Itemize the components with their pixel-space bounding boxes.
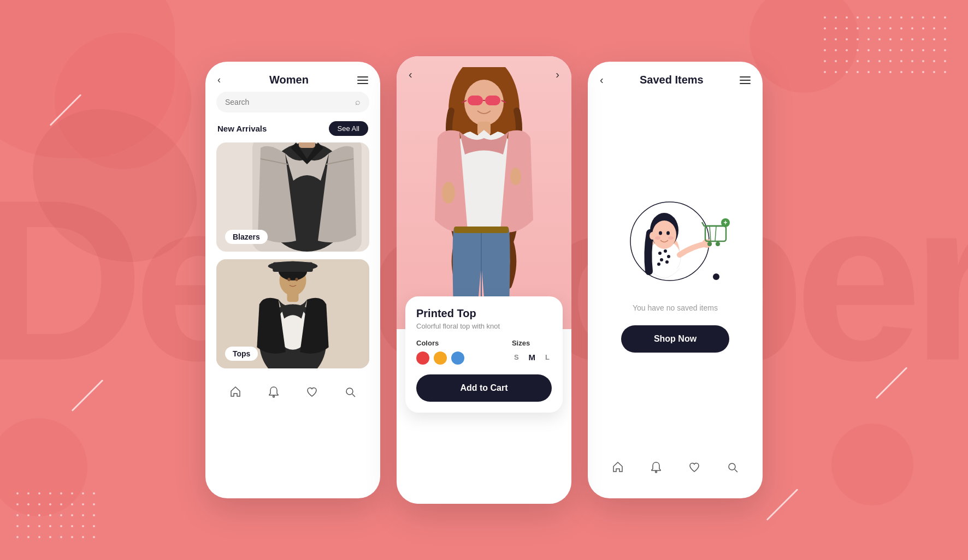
bg-dot-grid-bl bbox=[16, 492, 101, 544]
svg-rect-26 bbox=[454, 227, 509, 233]
svg-point-37 bbox=[657, 263, 660, 266]
svg-point-42 bbox=[666, 231, 670, 235]
home-nav-icon[interactable] bbox=[229, 386, 241, 401]
color-red[interactable] bbox=[416, 352, 429, 365]
back-button[interactable]: ‹ bbox=[409, 68, 412, 81]
home-nav-icon[interactable] bbox=[612, 461, 624, 476]
phone-product: ‹ › bbox=[397, 56, 571, 504]
bg-line-4 bbox=[876, 367, 908, 399]
blazers-card[interactable]: Blazers bbox=[216, 142, 369, 252]
svg-point-13 bbox=[295, 278, 298, 281]
empty-state: + You have no saved items Shop Now bbox=[588, 92, 763, 452]
search-icon: ⌕ bbox=[355, 97, 361, 107]
svg-point-14 bbox=[273, 396, 275, 397]
svg-point-55 bbox=[729, 463, 735, 470]
bg-blob-3 bbox=[0, 418, 87, 516]
heart-nav-icon[interactable] bbox=[688, 461, 700, 476]
search-nav-icon[interactable] bbox=[344, 386, 356, 401]
color-swatches bbox=[416, 352, 464, 365]
heart-nav-icon[interactable] bbox=[306, 386, 318, 401]
svg-point-12 bbox=[287, 278, 290, 281]
product-model-image bbox=[418, 67, 550, 329]
back-button[interactable]: ‹ bbox=[600, 74, 604, 86]
svg-point-43 bbox=[655, 236, 660, 240]
svg-point-35 bbox=[660, 258, 663, 261]
size-options: S M L bbox=[512, 352, 552, 363]
svg-point-15 bbox=[346, 388, 353, 395]
tops-card[interactable]: Tops bbox=[216, 259, 369, 368]
svg-point-49 bbox=[707, 242, 712, 246]
svg-point-41 bbox=[659, 231, 662, 235]
phone3-header: ‹ Saved Items bbox=[588, 62, 763, 92]
search-bar[interactable]: ⌕ bbox=[216, 92, 369, 112]
svg-point-54 bbox=[656, 471, 657, 473]
svg-text:+: + bbox=[723, 219, 727, 227]
size-l[interactable]: L bbox=[543, 352, 552, 362]
svg-line-47 bbox=[710, 226, 711, 241]
section-title: New Arrivals bbox=[217, 124, 267, 133]
bg-line-3 bbox=[766, 488, 799, 521]
colors-label: Colors bbox=[416, 339, 464, 347]
back-button[interactable]: ‹ bbox=[217, 74, 221, 86]
forward-button[interactable]: › bbox=[556, 68, 559, 81]
search-input[interactable] bbox=[225, 98, 351, 106]
empty-state-text: You have no saved items bbox=[633, 303, 718, 312]
bg-blob-4 bbox=[33, 109, 197, 262]
svg-rect-2 bbox=[299, 142, 315, 148]
svg-point-40 bbox=[650, 232, 655, 240]
phone3-bottom-nav bbox=[588, 452, 763, 485]
sizes-section: Sizes S M L bbox=[512, 339, 552, 363]
bg-dot-grid-tr bbox=[824, 16, 952, 79]
bg-blob-6 bbox=[831, 424, 913, 505]
sizes-label: Sizes bbox=[512, 339, 552, 347]
product-image-area: ‹ › bbox=[397, 56, 571, 329]
svg-point-28 bbox=[510, 168, 521, 185]
size-m[interactable]: M bbox=[527, 352, 538, 363]
phone-saved: ‹ Saved Items bbox=[588, 62, 763, 498]
see-all-button[interactable]: See All bbox=[329, 121, 368, 136]
tops-label: Tops bbox=[225, 347, 258, 361]
bell-nav-icon[interactable] bbox=[650, 461, 662, 476]
svg-rect-11 bbox=[273, 263, 313, 272]
saved-items-illustration: + bbox=[621, 192, 730, 290]
product-nav: ‹ › bbox=[397, 56, 571, 81]
svg-line-48 bbox=[715, 226, 716, 241]
svg-point-53 bbox=[713, 273, 719, 280]
svg-line-56 bbox=[735, 469, 737, 472]
svg-line-16 bbox=[352, 394, 355, 397]
bg-line-1 bbox=[50, 94, 82, 126]
color-orange[interactable] bbox=[434, 352, 447, 365]
bg-blob-2 bbox=[55, 33, 191, 169]
color-blue[interactable] bbox=[451, 352, 464, 365]
svg-point-32 bbox=[658, 252, 662, 255]
phone1-bottom-nav bbox=[205, 377, 380, 409]
add-to-cart-button[interactable]: Add to Cart bbox=[416, 374, 552, 402]
size-s[interactable]: S bbox=[512, 352, 521, 362]
search-bar-wrap: ⌕ bbox=[205, 92, 380, 121]
phone3-content: + You have no saved items Shop Now bbox=[588, 92, 763, 485]
categories-list: Blazers bbox=[205, 142, 380, 368]
product-options-row: Colors Sizes S M L bbox=[416, 339, 552, 365]
phone-women: ‹ Women ⌕ New Arrivals See All bbox=[205, 62, 380, 498]
svg-point-36 bbox=[665, 260, 669, 264]
screens-container: ‹ Women ⌕ New Arrivals See All bbox=[205, 56, 763, 504]
svg-point-39 bbox=[652, 221, 676, 249]
svg-point-34 bbox=[667, 255, 670, 258]
svg-point-44 bbox=[668, 236, 674, 240]
svg-point-27 bbox=[442, 182, 455, 204]
product-details-card: Printed Top Colorful floral top with kno… bbox=[405, 296, 563, 413]
menu-icon[interactable] bbox=[357, 76, 368, 84]
search-nav-icon[interactable] bbox=[727, 461, 739, 476]
page-title: Women bbox=[269, 74, 309, 86]
bg-line-2 bbox=[72, 379, 104, 412]
product-name: Printed Top bbox=[416, 307, 552, 320]
menu-icon[interactable] bbox=[740, 76, 751, 84]
page-title: Saved Items bbox=[640, 74, 704, 86]
bell-nav-icon[interactable] bbox=[268, 386, 280, 401]
shop-now-button[interactable]: Shop Now bbox=[621, 325, 729, 353]
svg-point-50 bbox=[716, 242, 720, 246]
phone1-header: ‹ Women bbox=[205, 62, 380, 92]
colors-section: Colors bbox=[416, 339, 464, 365]
svg-point-33 bbox=[664, 249, 667, 253]
product-description: Colorful floral top with knot bbox=[416, 322, 552, 330]
